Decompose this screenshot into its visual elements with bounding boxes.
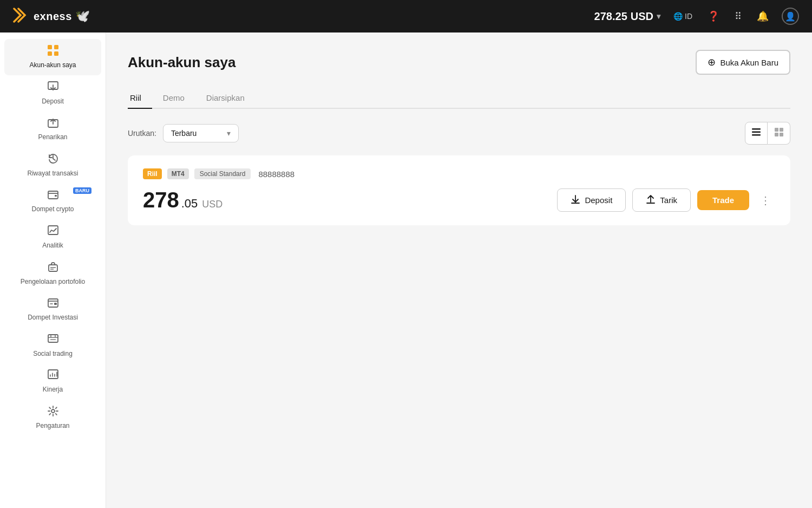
portfolio-icon [47,261,59,276]
apps-btn[interactable]: ⠿ [732,8,744,24]
help-btn[interactable]: ❓ [705,8,722,24]
sidebar-label-investasi: Dompet Investasi [28,314,78,322]
svg-rect-11 [54,303,57,305]
account-number: 88888888 [258,170,294,179]
chevron-down-icon: ▾ [657,12,660,21]
trade-button[interactable]: Trade [697,190,749,210]
sort-label: Urutkan: [128,129,156,138]
deposit-button[interactable]: Deposit [557,188,626,212]
svg-rect-16 [752,131,761,133]
list-view-btn[interactable] [745,122,768,145]
badge-social-standard: Social Standard [194,168,251,179]
tab-diarsipkan[interactable]: Diarsipkan [204,88,256,109]
sidebar-item-dompet-crypto[interactable]: BARU Dompet crypto [4,183,101,219]
bell-icon: 🔔 [757,10,769,22]
ellipsis-vertical-icon: ⋮ [760,194,771,206]
more-options-button[interactable]: ⋮ [756,192,775,209]
card-top: Riil MT4 Social Standard 88888888 [143,168,775,179]
deposit-label: Deposit [585,196,612,205]
list-view-icon [751,127,761,140]
svg-rect-9 [49,265,57,271]
card-bottom: 278 .05 USD Deposit [143,188,775,212]
sidebar-item-pengaturan[interactable]: Pengaturan [4,400,101,436]
grid-view-icon [774,127,784,140]
user-avatar[interactable]: 👤 [782,8,799,25]
sidebar-label-penarikan: Penarikan [38,133,67,142]
sidebar-label-deposit: Deposit [42,97,64,106]
balance-currency: USD [631,10,653,23]
account-card: Riil MT4 Social Standard 88888888 278 .0… [128,155,790,225]
open-account-button[interactable]: ⊕ Buka Akun Baru [696,50,790,75]
performance-icon [47,369,59,383]
sidebar-item-social-trading[interactable]: Social trading [4,328,101,364]
balance-integer: 278 [143,188,179,212]
svg-rect-19 [780,128,783,132]
tabs: Riil Demo Diarsipkan [128,88,790,109]
sort-value: Terbaru [171,129,197,138]
logo-dove-icon: 🕊️ [75,9,90,23]
social-trading-icon [47,333,59,348]
globe-icon: 🌐 [673,12,683,21]
card-actions: Deposit Tarik Trade [557,188,775,212]
topnav-right: 278.25 USD ▾ 🌐 ID ❓ ⠿ 🔔 👤 [594,8,799,25]
sort-chevron-icon: ▾ [227,129,231,138]
settings-icon [47,405,59,420]
withdraw-arrow-icon [646,194,656,206]
view-toggle [745,122,790,145]
history-icon [47,153,59,167]
sidebar-item-deposit[interactable]: Deposit [4,75,101,112]
sidebar-label-riwayat: Riwayat transaksi [27,170,78,178]
main-content: Akun-akun saya ⊕ Buka Akun Baru Riil Dem… [106,32,812,508]
language-btn[interactable]: 🌐 ID [671,10,695,23]
svg-rect-1 [54,45,58,49]
badge-mt4: MT4 [167,168,189,179]
apps-grid-icon: ⠿ [735,10,742,22]
balance-decimal: .05 [181,197,198,211]
sidebar-item-dompet-investasi[interactable]: Dompet Investasi [4,291,101,328]
filter-left: Urutkan: Terbaru ▾ [128,124,239,142]
tab-demo[interactable]: Demo [161,88,195,109]
tab-riil-label: Riil [130,93,141,102]
svg-rect-6 [48,191,58,199]
sidebar-item-kinerja[interactable]: Kinerja [4,363,101,400]
plus-icon: ⊕ [708,56,716,68]
svg-rect-21 [780,133,783,136]
logo-area: exness 🕊️ [13,8,90,25]
sidebar-item-akun-akun-saya[interactable]: Akun-akun saya [4,39,101,75]
svg-rect-0 [48,45,52,49]
balance-value: 278.25 [594,10,627,23]
sidebar-item-riwayat[interactable]: Riwayat transaksi [4,147,101,184]
user-icon: 👤 [785,11,796,22]
withdraw-button[interactable]: Tarik [632,188,691,212]
svg-rect-8 [48,226,58,235]
main-layout: Akun-akun saya Deposit Penarikan [0,32,812,508]
sidebar-item-penarikan[interactable]: Penarikan [4,111,101,147]
sidebar-item-pengelolaan[interactable]: Pengelolaan portofolio [4,256,101,292]
sidebar-label-crypto: Dompet crypto [31,205,74,214]
logo-text: exness [34,10,72,23]
investment-wallet-icon [47,297,59,311]
account-balance: 278 .05 USD [143,188,222,212]
withdrawal-icon [47,116,59,131]
baru-badge: BARU [73,187,91,194]
withdraw-label: Tarik [660,196,677,205]
lang-label: ID [685,12,692,21]
svg-rect-18 [775,128,778,132]
grid-view-btn[interactable] [768,122,790,145]
svg-rect-2 [48,51,52,56]
sidebar-item-analitik[interactable]: Analitik [4,219,101,256]
tab-riil[interactable]: Riil [128,88,152,109]
balance-display[interactable]: 278.25 USD ▾ [594,10,660,23]
sort-dropdown[interactable]: Terbaru ▾ [163,124,239,142]
sidebar-label-social: Social trading [33,350,73,359]
logo[interactable]: exness 🕊️ [13,8,90,25]
page-title: Akun-akun saya [128,54,235,71]
balance-currency-label: USD [202,199,222,210]
svg-rect-12 [48,335,58,342]
sidebar-label-akun: Akun-akun saya [29,61,76,70]
sidebar-label-kinerja: Kinerja [43,386,63,394]
logo-x-icon [13,8,30,25]
badge-riil: Riil [143,168,162,179]
sidebar-label-pengelolaan: Pengelolaan portofolio [21,278,85,286]
notifications-btn[interactable]: 🔔 [755,8,771,24]
